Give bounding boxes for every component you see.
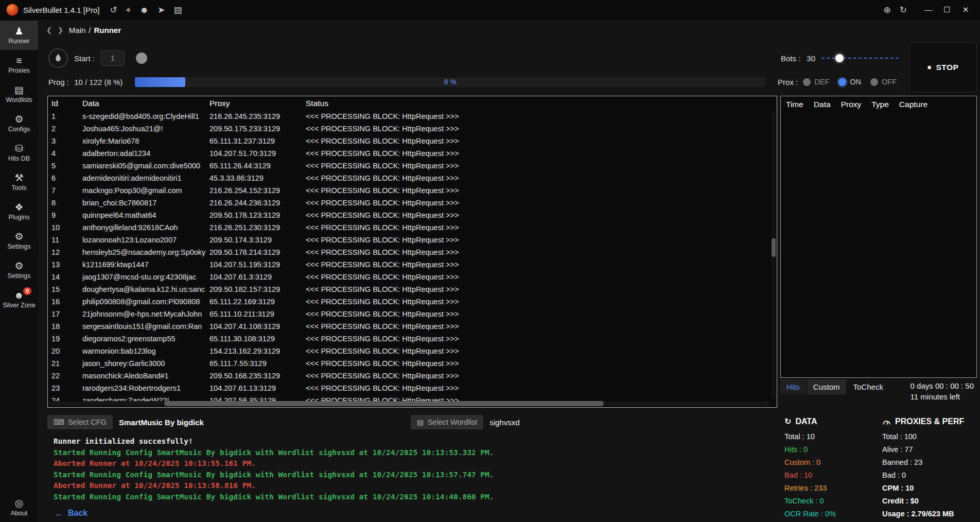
minimize-button[interactable]: —	[920, 0, 937, 20]
table-row[interactable]: 4adalberton:adal1234104.207.51.70:3129<<…	[48, 147, 777, 160]
cell-data: warmonion:bab123log	[82, 347, 209, 355]
maximize-button[interactable]: ☐	[939, 0, 955, 20]
hits-column-header-capture[interactable]: Capture	[899, 100, 927, 109]
nav-forward-icon[interactable]: ❯	[58, 26, 63, 34]
footer-area: ⌨ Select CFG SmartMusic By bigdick ▤ Sel…	[47, 413, 777, 522]
table-row[interactable]: 15doughertysa@kalama.k12.hi.us:sanc209.5…	[48, 283, 777, 295]
stat-value: 233	[814, 484, 827, 492]
hits-column-header-time[interactable]: Time	[786, 100, 803, 109]
cell-proxy: 209.50.175.233:3129	[209, 125, 306, 133]
table-row[interactable]: 14jaog1307@mcsd-stu.org:42308jac104.207.…	[48, 271, 777, 283]
table-row[interactable]: 9quinnpeel64:mathat64209.50.178.123:3129…	[48, 209, 777, 221]
vertical-scrollbar-thumb[interactable]	[772, 238, 776, 257]
table-row[interactable]: 8brian_choi:Bc7860817216.26.244.236:3129…	[48, 197, 777, 209]
prox-radio-group: DEFONOFF	[803, 78, 897, 86]
table-row[interactable]: 18sergesaintlouis151@gmail.com:Ran104.20…	[48, 320, 777, 333]
prox-radio-off[interactable]: OFF	[870, 78, 897, 86]
sidebar-item-configs[interactable]: ⚙Configs	[0, 109, 38, 138]
horizontal-scrollbar-thumb[interactable]	[164, 401, 604, 406]
table-row[interactable]: 20warmonion:bab123log154.213.162.29:3129…	[48, 345, 777, 357]
table-row[interactable]: 12hensleyb25@nsacademy.org:Sp0oky209.50.…	[48, 246, 777, 258]
select-wordlist-button[interactable]: ▤ Select Wordlist	[411, 415, 483, 429]
cell-proxy: 104.207.51.70:3129	[209, 149, 306, 158]
sync-icon[interactable]: ↻	[900, 6, 907, 14]
telegram-icon[interactable]: ➤	[157, 6, 165, 14]
horizontal-scrollbar[interactable]	[49, 401, 769, 406]
tab-tocheck[interactable]: ToCheck	[847, 379, 889, 394]
history-icon[interactable]: ↺	[110, 6, 117, 14]
prox-radio-on[interactable]: ON	[838, 78, 861, 86]
sidebar-item-label: Plugins	[9, 214, 30, 221]
hits-column-header-type[interactable]: Type	[871, 100, 889, 109]
table-row[interactable]: 13k1211699:ktwp1447104.207.51.195:3129<<…	[48, 258, 777, 271]
hits-column-header-proxy[interactable]: Proxy	[841, 100, 862, 109]
table-row[interactable]: 1721johnsonm@e-hps.net:MycahJohn65.111.1…	[48, 308, 777, 320]
stat-bad: Bad : 10	[784, 469, 882, 482]
sidebar-item-label: Tools	[11, 184, 26, 192]
cell-data: 21johnsonm@e-hps.net:MycahJohn	[82, 310, 209, 318]
tab-custom[interactable]: Custom	[807, 379, 846, 394]
column-header-data[interactable]: Data	[82, 99, 209, 108]
sidebar-item-tools[interactable]: ⚒Tools	[0, 167, 38, 197]
column-header-proxy[interactable]: Proxy	[209, 99, 306, 108]
sidebar-item-settings-code[interactable]: ⚙Settings	[0, 255, 38, 285]
start-input[interactable]	[101, 50, 125, 66]
capture-icon[interactable]: ⌖	[126, 6, 131, 14]
globe-icon[interactable]: ⊕	[884, 6, 891, 14]
breadcrumb-separator: /	[89, 26, 91, 34]
cell-id: 9	[51, 211, 82, 219]
column-header-status[interactable]: Status	[306, 99, 777, 108]
start-slider[interactable]	[133, 53, 773, 64]
table-row[interactable]: 23rarodgers234:Robertrodgers1104.207.61.…	[48, 382, 777, 394]
bots-slider-knob[interactable]	[835, 54, 844, 62]
table-row[interactable]: 6ademideonitiri:ademideonitiri145.3.33.8…	[48, 172, 777, 184]
content-area: ❮ ❯ Main / Runner Start :	[38, 20, 980, 522]
sidebar-item-proxies[interactable]: ≡Proxies	[0, 50, 38, 79]
sidebar-item-settings[interactable]: ⚙Settings	[0, 226, 38, 255]
discord-icon[interactable]: ☻	[139, 6, 149, 14]
cell-id: 23	[51, 384, 82, 392]
table-row[interactable]: 1s-szegedid@bsd405.org:ClydeHill1216.26.…	[48, 110, 777, 123]
close-button[interactable]: ✕	[957, 0, 974, 20]
table-row[interactable]: 3xirolyfe:Mario67865.111.31.237:3129<<< …	[48, 135, 777, 147]
tab-hits[interactable]: Hits	[780, 379, 806, 394]
prox-radio-def[interactable]: DEF	[803, 78, 829, 86]
column-header-id[interactable]: Id	[51, 99, 82, 108]
table-row[interactable]: 21jason_shorey:Garlic300065.111.7.55:312…	[48, 357, 777, 370]
stat-value: 23	[914, 458, 922, 466]
cell-data: adalberton:adal1234	[82, 149, 209, 158]
sidebar-item-silver-zone[interactable]: ☻0Silver Zone	[0, 285, 38, 314]
stat-value: 2.79/623 MB	[911, 510, 954, 518]
stop-button[interactable]: ■ STOP	[909, 42, 977, 93]
window-controls: —☐✕	[920, 0, 974, 20]
cell-data: diegoramos2:greenstamp55	[82, 335, 209, 343]
table-row[interactable]: 16philip090808@gmail.com:Pl09080865.111.…	[48, 295, 777, 308]
table-row[interactable]: 11lozanonoah123:Lozano2007209.50.174.3:3…	[48, 234, 777, 246]
notes-icon[interactable]: ▤	[173, 6, 182, 14]
cell-data: anthonygilleland:92618CAoh	[82, 223, 209, 232]
table-row[interactable]: 7mackngo:Poop30@gmail.com216.26.254.152:…	[48, 184, 777, 197]
sidebar-item-plugins[interactable]: ❖Plugins	[0, 197, 38, 226]
back-button[interactable]: ← Back	[47, 508, 777, 522]
cell-data: jason_shorey:Garlic3000	[82, 359, 209, 368]
sidebar-item-wordlists[interactable]: ▤Wordlists	[0, 79, 38, 109]
breadcrumb-root[interactable]: Main	[69, 26, 86, 34]
table-row[interactable]: 5samiareski05@gmail.com:dive500065.111.2…	[48, 160, 777, 172]
stat-label: Total	[784, 432, 800, 441]
lighter-icon[interactable]	[48, 48, 68, 68]
table-row[interactable]: 10anthonygilleland:92618CAoh216.26.251.2…	[48, 221, 777, 234]
table-row[interactable]: 2Joshua465:Joshua21@!209.50.175.233:3129…	[48, 123, 777, 135]
bots-slider[interactable]	[821, 54, 899, 62]
hits-column-header-data[interactable]: Data	[814, 100, 831, 109]
select-cfg-button[interactable]: ⌨ Select CFG	[47, 415, 113, 429]
start-slider-knob[interactable]	[136, 53, 147, 64]
sidebar-item-runner[interactable]: ♟Runner	[0, 21, 38, 50]
nav-back-icon[interactable]: ❮	[46, 26, 52, 34]
vertical-scrollbar[interactable]	[772, 112, 776, 399]
table-row[interactable]: 19diegoramos2:greenstamp5565.111.30.108:…	[48, 333, 777, 345]
sidebar-item-about[interactable]: ◎ About	[0, 498, 38, 522]
sidebar-item-hits-db[interactable]: ⛁Hits DB	[0, 138, 38, 167]
table-row[interactable]: 22masonchick:AledoBand#1209.50.168.235:3…	[48, 370, 777, 382]
plugins-icon: ❖	[14, 202, 23, 212]
stat-tocheck: ToCheck : 0	[784, 495, 882, 508]
